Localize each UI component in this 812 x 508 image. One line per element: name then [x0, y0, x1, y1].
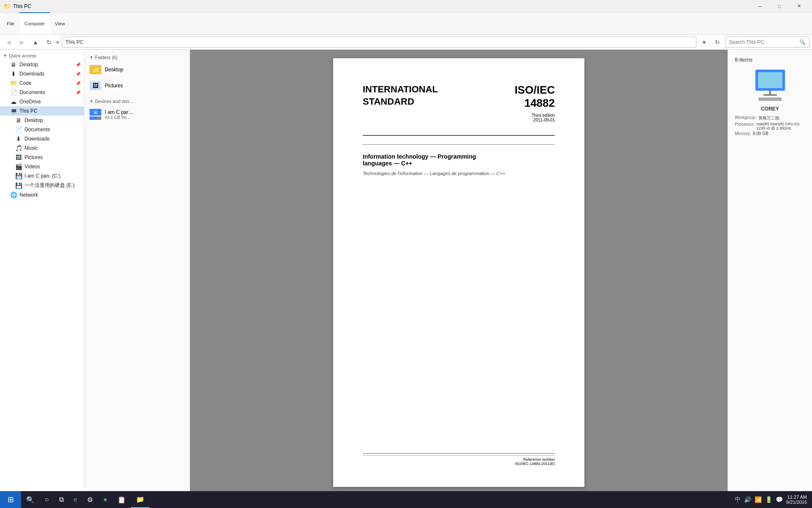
drive-item-c[interactable]: ⊞ I am C par… 54.1 GB fre…: [84, 105, 190, 123]
sidebar: ▼ Quick access 🖥 Desktop 📌 ⬇ Downloads 📌…: [0, 50, 84, 495]
chrome-icon: ●: [103, 496, 107, 503]
taskbar-search[interactable]: 🔍: [21, 491, 40, 508]
drive-sublabel: 54.1 GB fre…: [105, 115, 133, 120]
drive-bar: [90, 116, 101, 120]
start-button[interactable]: ⊞: [0, 491, 21, 508]
info-processor-row: Processor: Intel(R) Xeon(R) CPU E3-1230 …: [735, 122, 805, 130]
sidebar-item-onedrive[interactable]: ☁ OneDrive: [0, 97, 84, 106]
sidebar-label: 一个没显用的硬盘 (E:): [24, 182, 75, 189]
windows-start-icon: ⊞: [8, 495, 14, 504]
monitor-base: [763, 94, 777, 96]
folder-panel: ▼ Folders (6) 📁 Desktop 🖼 Pictures ▼ Dev…: [84, 50, 190, 495]
workgroup-value: 英格兰二组: [758, 115, 779, 121]
sidebar-item-music[interactable]: 🎵 Music: [0, 143, 84, 153]
ime-icon[interactable]: 中: [735, 496, 741, 503]
forward-button[interactable]: ▶: [16, 36, 28, 48]
desktop-icon: 🖥: [15, 117, 22, 124]
sidebar-label: Pictures: [24, 154, 43, 160]
close-button[interactable]: ✕: [789, 0, 809, 13]
documents-icon: 📄: [15, 126, 22, 133]
network-icon[interactable]: 📶: [755, 496, 762, 503]
sidebar-item-downloads[interactable]: ⬇ Downloads: [0, 134, 84, 143]
videos-icon: 🎬: [15, 163, 22, 170]
processor-value: Intel(R) Xeon(R) CPU E3-1230 v3 @ 3.30GH…: [757, 122, 805, 130]
address-bar: ◀ ▶ ▲ ↻ ▶ ▾ ↻ 🔍: [0, 35, 812, 50]
pdf-ref-value: ISO/IEC 14882:2011(E): [363, 462, 555, 466]
sidebar-label: Music: [24, 145, 38, 151]
computer-icon: 💻: [10, 108, 17, 114]
sidebar-item-pictures[interactable]: 🖼 Pictures: [0, 153, 84, 162]
pdf-body: Information technology — Programminglang…: [363, 153, 555, 176]
pin-icon: 📌: [76, 62, 81, 67]
sidebar-label: Network: [19, 192, 38, 198]
sidebar-item-downloads-qa[interactable]: ⬇ Downloads 📌: [0, 69, 84, 78]
downloads-icon: ⬇: [10, 70, 17, 77]
folder-label: Pictures: [105, 83, 123, 89]
taskbar-settings[interactable]: ⚙: [82, 491, 98, 508]
minimize-button[interactable]: ─: [750, 0, 770, 13]
taskbar: ⊞ 🔍 ○ ⧉ e ⚙ ● 📋 📁 中 🔊 📶 🔋 💬 11:27 AM 9/2…: [0, 491, 812, 508]
address-refresh[interactable]: ↻: [712, 36, 723, 48]
sidebar-item-network[interactable]: 🌐 Network: [0, 190, 84, 200]
sidebar-label: Documents: [19, 89, 45, 95]
pdf-footer: Reference number ISO/IEC 14882:2011(E): [363, 453, 555, 466]
sidebar-item-desktop[interactable]: 🖥 Desktop: [0, 116, 84, 125]
search-input[interactable]: [729, 39, 799, 45]
sidebar-item-documents[interactable]: 📄 Documents: [0, 125, 84, 134]
sidebar-item-code-qa[interactable]: 📁 Code 📌: [0, 78, 84, 88]
drive-info: I am C par… 54.1 GB fre…: [105, 109, 133, 120]
folders-section-header[interactable]: ▼ Folders (6): [84, 53, 190, 62]
sidebar-label: Downloads: [24, 136, 49, 142]
address-dropdown[interactable]: ▾: [698, 36, 710, 48]
sidebar-item-this-pc[interactable]: 💻 This PC: [0, 106, 84, 116]
notification-icon[interactable]: 💬: [776, 496, 783, 503]
refresh-button[interactable]: ↻: [43, 36, 55, 48]
taskbar-app1[interactable]: 📋: [112, 491, 131, 508]
tab-computer[interactable]: Computer: [19, 12, 50, 34]
audio-icon[interactable]: 🔊: [744, 496, 751, 503]
title-bar-title: This PC: [13, 3, 31, 9]
pin-icon: 📌: [76, 90, 81, 95]
taskbar-clock[interactable]: 11:27 AM 9/21/2016: [786, 494, 807, 505]
memory-label: Memory:: [735, 131, 751, 136]
desktop-icon: 🖥: [10, 61, 17, 68]
folders-section-label: Folders (6): [95, 55, 117, 60]
folder-item-pictures[interactable]: 🖼 Pictures: [84, 78, 190, 94]
sidebar-section-quick-access[interactable]: ▼ Quick access: [0, 51, 84, 60]
folder-color-icon: 🖼: [92, 82, 98, 89]
up-button[interactable]: ▲: [30, 36, 41, 48]
clock-date: 9/21/2016: [786, 500, 807, 505]
taskbar-cortana[interactable]: ○: [40, 491, 54, 508]
sidebar-label: Desktop: [24, 117, 43, 123]
search-box[interactable]: 🔍: [725, 37, 809, 48]
taskbar-system-icons: 中 🔊 📶 🔋 💬: [735, 496, 783, 503]
taskbar-task-view[interactable]: ⧉: [54, 491, 69, 508]
back-button[interactable]: ◀: [3, 36, 14, 48]
memory-value: 8.00 GB: [753, 131, 769, 136]
devices-section-header[interactable]: ▼ Devices and driv…: [84, 97, 190, 105]
folder-item-desktop[interactable]: 📁 Desktop: [84, 62, 190, 78]
sidebar-item-desktop-qa[interactable]: 🖥 Desktop 📌: [0, 60, 84, 69]
folder-icon: 📁: [10, 80, 17, 86]
taskbar-chrome[interactable]: ●: [98, 491, 112, 508]
sidebar-item-e-drive[interactable]: 💾 一个没显用的硬盘 (E:): [0, 181, 84, 190]
taskbar-ie[interactable]: e: [69, 491, 82, 508]
tab-view[interactable]: View: [50, 13, 70, 34]
pdf-title-en: Information technology — Programminglang…: [363, 153, 555, 167]
info-panel: 8 items COREY Workgroup: 英格兰: [728, 50, 812, 495]
maximize-button[interactable]: □: [770, 0, 789, 13]
tab-file[interactable]: File: [2, 13, 19, 34]
sidebar-label: Downloads: [19, 71, 44, 77]
sidebar-item-documents-qa[interactable]: 📄 Documents 📌: [0, 88, 84, 97]
keyboard: [758, 97, 782, 101]
pdf-footer-divider: [363, 453, 555, 454]
sidebar-item-c-drive[interactable]: 💾 I am C pan. (C:): [0, 171, 84, 181]
pdf-viewer[interactable]: INTERNATIONALSTANDARD ISO/IEC14882 Third…: [190, 50, 728, 495]
pin-icon: 📌: [76, 81, 81, 86]
folder-label: Desktop: [105, 67, 123, 73]
battery-icon[interactable]: 🔋: [765, 496, 772, 503]
taskbar-explorer[interactable]: 📁: [131, 491, 149, 508]
sidebar-item-videos[interactable]: 🎬 Videos: [0, 162, 84, 171]
address-input[interactable]: [62, 37, 696, 48]
pdf-iso-block: ISO/IEC14882 Third edition2011-09-01: [515, 84, 555, 122]
